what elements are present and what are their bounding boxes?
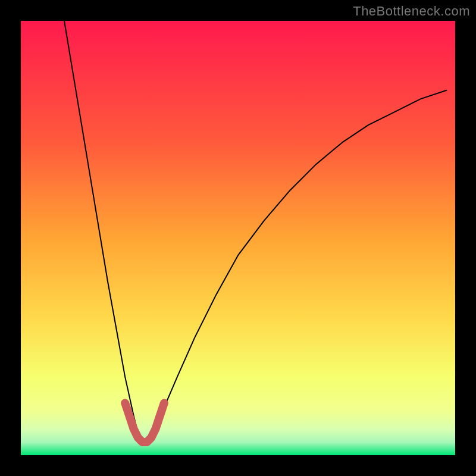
gradient-panel [21,21,455,455]
watermark-text: TheBottleneck.com [353,4,470,19]
bottleneck-chart [0,0,476,476]
chart-stage: TheBottleneck.com [0,0,476,476]
